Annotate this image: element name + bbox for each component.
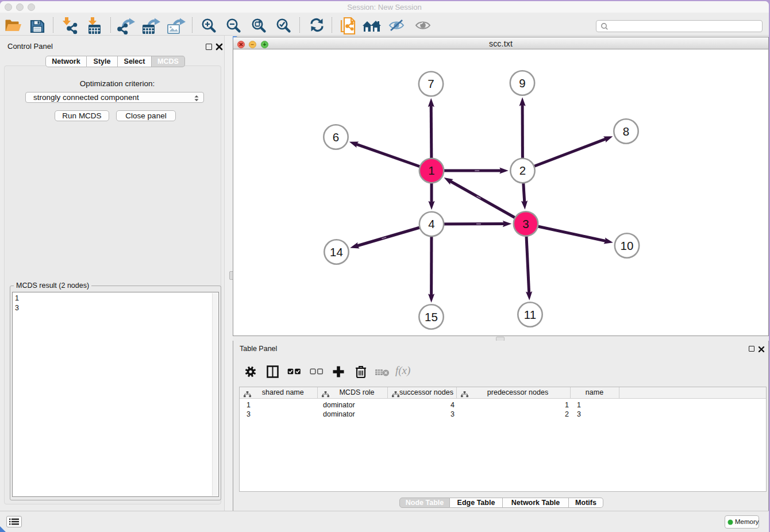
svg-text:7: 7 — [428, 77, 434, 90]
svg-text:15: 15 — [425, 310, 438, 323]
svg-text:4: 4 — [428, 217, 434, 230]
svg-text:10: 10 — [621, 239, 634, 252]
svg-text:6: 6 — [333, 130, 339, 144]
svg-text:3: 3 — [522, 217, 529, 230]
svg-text:14: 14 — [330, 245, 343, 259]
svg-text:2: 2 — [519, 164, 526, 177]
svg-text:9: 9 — [519, 76, 525, 90]
svg-text:11: 11 — [524, 308, 536, 321]
svg-text:1: 1 — [428, 164, 434, 177]
svg-text:8: 8 — [623, 125, 629, 138]
